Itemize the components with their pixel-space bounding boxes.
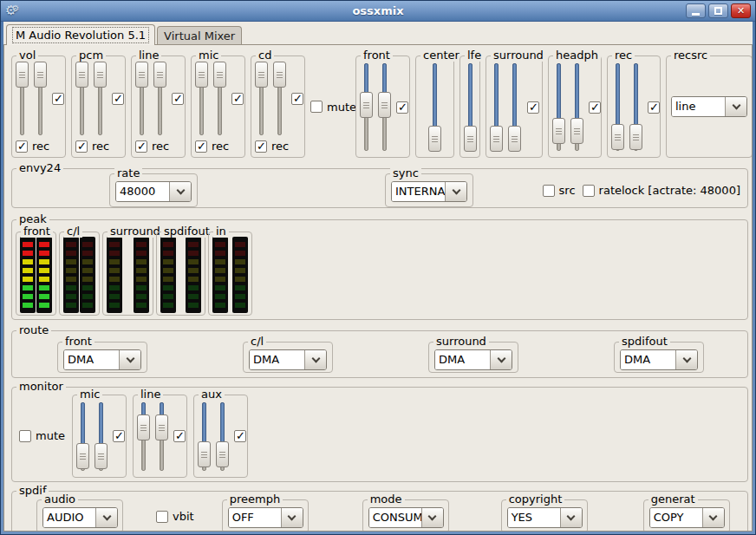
route-spdifout-dropdown[interactable]: DMA bbox=[620, 349, 698, 370]
monitor-aux-slider-left[interactable] bbox=[198, 401, 211, 472]
close-button[interactable]: ✕ bbox=[731, 3, 751, 18]
surround-slider-right[interactable] bbox=[508, 62, 521, 152]
route-surround-dropdown[interactable]: DMA bbox=[434, 349, 512, 370]
cd-slider-left[interactable] bbox=[255, 62, 268, 136]
slider-handle[interactable] bbox=[137, 414, 150, 440]
monitor-mute-checkbox[interactable] bbox=[19, 430, 31, 442]
slider-handle[interactable] bbox=[94, 62, 107, 88]
headph-slider-right[interactable] bbox=[570, 62, 583, 152]
slider-handle[interactable] bbox=[464, 126, 477, 152]
mute-checkbox[interactable] bbox=[310, 101, 323, 113]
recsrc-dropdown[interactable]: line bbox=[671, 96, 747, 117]
vol-slider-right[interactable] bbox=[34, 62, 47, 136]
cd-slider-right[interactable] bbox=[273, 62, 286, 136]
headph-link-checkbox[interactable] bbox=[589, 101, 601, 114]
line-link-checkbox[interactable] bbox=[172, 93, 184, 105]
titlebar[interactable]: ⚙⚙ ossxmix ✕ bbox=[1, 1, 755, 22]
vbit-checkbox[interactable] bbox=[156, 511, 168, 523]
slider-handle[interactable] bbox=[155, 414, 168, 440]
audio-dropdown[interactable]: AUDIO bbox=[42, 507, 118, 528]
maximize-button[interactable] bbox=[708, 3, 728, 18]
surround-link-checkbox[interactable] bbox=[527, 101, 539, 114]
slider-handle[interactable] bbox=[508, 126, 521, 152]
slider-handle[interactable] bbox=[195, 62, 208, 88]
headph-slider-left[interactable] bbox=[552, 62, 565, 152]
mic-slider-left[interactable] bbox=[195, 62, 208, 136]
preemph-dropdown[interactable]: OFF bbox=[228, 507, 303, 528]
mode-dropdown[interactable]: CONSUMER bbox=[368, 507, 444, 528]
dropdown-button[interactable] bbox=[702, 508, 724, 527]
dropdown-button[interactable] bbox=[119, 350, 140, 369]
monitor-line-slider-left[interactable] bbox=[137, 401, 150, 472]
pcm-slider-right[interactable] bbox=[94, 62, 107, 136]
front-slider-left[interactable] bbox=[360, 62, 373, 152]
vol-link-checkbox[interactable] bbox=[52, 93, 64, 105]
mic-slider-right[interactable] bbox=[213, 62, 226, 136]
route-front-dropdown[interactable]: DMA bbox=[63, 349, 141, 370]
dropdown-button[interactable] bbox=[560, 508, 582, 527]
vol-rec-checkbox[interactable] bbox=[16, 140, 28, 153]
dropdown-button[interactable] bbox=[169, 182, 191, 201]
dropdown-button[interactable] bbox=[675, 350, 697, 369]
slider-handle[interactable] bbox=[75, 62, 88, 88]
surround-slider-left[interactable] bbox=[490, 62, 503, 152]
slider-handle[interactable] bbox=[34, 62, 47, 88]
monitor-aux-slider-right[interactable] bbox=[216, 401, 229, 472]
slider-handle[interactable] bbox=[216, 441, 229, 467]
sync-dropdown[interactable]: INTERNAL bbox=[391, 181, 467, 202]
slider-handle[interactable] bbox=[273, 62, 286, 88]
slider-handle[interactable] bbox=[629, 124, 642, 150]
front-slider-right[interactable] bbox=[378, 62, 391, 152]
pcm-rec-checkbox[interactable] bbox=[75, 140, 88, 153]
slider-handle[interactable] bbox=[428, 126, 441, 152]
slider-handle[interactable] bbox=[16, 62, 29, 88]
cd-link-checkbox[interactable] bbox=[291, 93, 303, 105]
copyright-dropdown[interactable]: YES bbox=[507, 507, 583, 528]
rec-slider-left[interactable] bbox=[611, 62, 624, 152]
tab-virtual-mixer[interactable]: Virtual Mixer bbox=[157, 26, 242, 44]
slider-handle[interactable] bbox=[570, 118, 583, 144]
dropdown-button[interactable] bbox=[281, 508, 303, 527]
dropdown-button[interactable] bbox=[490, 350, 512, 369]
line-slider-right[interactable] bbox=[153, 62, 166, 136]
pcm-link-checkbox[interactable] bbox=[112, 93, 124, 105]
monitor-line-link-checkbox[interactable] bbox=[173, 430, 186, 442]
slider-handle[interactable] bbox=[552, 118, 565, 144]
tab-m-audio-revolution[interactable]: M Audio Revolution 5.1 bbox=[6, 24, 155, 45]
monitor-mic-slider-right[interactable] bbox=[94, 401, 108, 472]
pcm-slider-left[interactable] bbox=[75, 62, 88, 136]
generat-dropdown[interactable]: COPY bbox=[649, 507, 725, 528]
vol-slider-left[interactable] bbox=[16, 62, 29, 136]
monitor-line-slider-right[interactable] bbox=[155, 401, 168, 472]
slider-handle[interactable] bbox=[198, 441, 211, 467]
rec-slider-right[interactable] bbox=[629, 62, 642, 152]
slider-handle[interactable] bbox=[255, 62, 268, 88]
monitor-aux-link-checkbox[interactable] bbox=[234, 430, 246, 442]
cd-rec-checkbox[interactable] bbox=[255, 140, 267, 153]
slider-handle[interactable] bbox=[135, 62, 148, 88]
rec-link-checkbox[interactable] bbox=[648, 101, 660, 114]
route-cl-dropdown[interactable]: DMA bbox=[249, 349, 327, 370]
center-slider[interactable] bbox=[428, 62, 441, 152]
monitor-mic-link-checkbox[interactable] bbox=[113, 430, 125, 442]
line-slider-left[interactable] bbox=[135, 62, 148, 136]
mic-rec-checkbox[interactable] bbox=[195, 140, 207, 153]
monitor-mic-slider-left[interactable] bbox=[76, 401, 89, 472]
dropdown-button[interactable] bbox=[445, 182, 466, 201]
slider-handle[interactable] bbox=[94, 443, 108, 469]
lfe-slider[interactable] bbox=[464, 62, 477, 152]
mic-link-checkbox[interactable] bbox=[231, 93, 244, 105]
rate-dropdown[interactable]: 48000 bbox=[115, 181, 192, 202]
minimize-button[interactable] bbox=[686, 3, 706, 18]
dropdown-button[interactable] bbox=[304, 350, 326, 369]
dropdown-button[interactable] bbox=[725, 97, 746, 116]
dropdown-button[interactable] bbox=[95, 508, 117, 527]
ratelock-checkbox[interactable] bbox=[583, 185, 595, 197]
slider-handle[interactable] bbox=[213, 62, 226, 88]
dropdown-button[interactable] bbox=[421, 508, 443, 527]
front-link-checkbox[interactable] bbox=[396, 101, 408, 114]
src-checkbox[interactable] bbox=[543, 185, 555, 197]
line-rec-checkbox[interactable] bbox=[135, 140, 147, 153]
slider-handle[interactable] bbox=[360, 92, 373, 118]
slider-handle[interactable] bbox=[153, 62, 166, 88]
